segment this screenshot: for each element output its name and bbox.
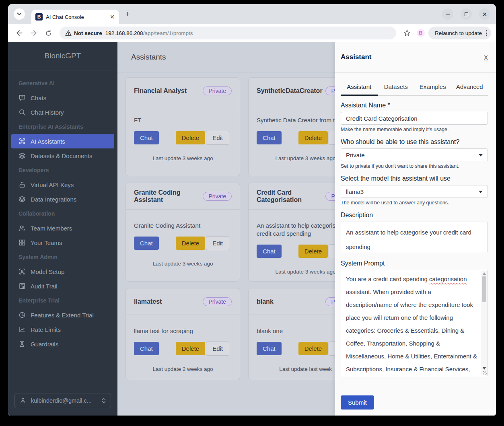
last-update: Last update 3 weeks ago [134, 155, 232, 161]
tab-datasets[interactable]: Datasets [378, 79, 415, 96]
sidebar-item-audit-trail[interactable]: Audit Trail [11, 279, 114, 293]
scroll-up-icon[interactable] [483, 272, 486, 275]
close-icon: ✕ [482, 11, 488, 17]
chat-button[interactable]: Chat [134, 237, 159, 250]
url-text: 192.168.86.208/app/team/1/prompts [105, 30, 193, 36]
assistant-name-input[interactable] [341, 112, 488, 125]
section-enterprise-ai: Enterprise AI Assistants [11, 119, 114, 134]
resize-handle[interactable] [483, 371, 487, 375]
chat-button[interactable]: Chat [257, 245, 282, 258]
submit-button[interactable]: Submit [341, 395, 374, 410]
section-generative-ai: Generative AI [11, 76, 114, 91]
delete-button[interactable]: Delete [176, 342, 205, 355]
command-icon [19, 138, 26, 145]
sidebar-item-label: Chat History [31, 109, 64, 116]
dropdown-caret-icon [479, 154, 483, 156]
window-controls: ✕ [442, 8, 490, 20]
visibility-select[interactable]: Private [341, 148, 488, 161]
stack-icon [19, 196, 26, 203]
prompt-scrollbar[interactable] [481, 271, 487, 375]
user-account-select[interactable]: kulbinderdio@gmail.c... [14, 393, 111, 408]
misspelled-word: categorisation [429, 276, 467, 282]
section-enterprise-trial: Enterprise Trial [11, 293, 114, 308]
not-secure-warning[interactable]: Not secure [65, 30, 102, 36]
visibility-value: Private [346, 152, 365, 158]
sidebar-item-team-members[interactable]: Team Members [11, 221, 114, 235]
scan-person-icon [19, 268, 26, 275]
person-icon [20, 397, 26, 404]
tab-close-icon[interactable]: ✕ [109, 13, 116, 21]
sidebar-item-virtual-api-keys[interactable]: Virtual API Keys [11, 177, 114, 192]
card-title: blank [257, 298, 274, 305]
drawer-tabs: Assistant Datasets Examples Advanced [341, 79, 488, 96]
tab-assistant[interactable]: Assistant [341, 79, 378, 96]
delete-button[interactable]: Delete [298, 342, 328, 355]
system-prompt-textarea[interactable]: You are a credit card spending categoris… [341, 270, 488, 376]
delete-button[interactable]: Delete [298, 131, 328, 144]
extension-b-icon: B [417, 29, 425, 37]
chat-button[interactable]: Chat [134, 342, 159, 355]
chevron-down-icon [17, 12, 22, 16]
sidebar-nav: Generative AI ? Chats Chat History Enter… [8, 70, 117, 387]
layers-icon [19, 152, 26, 159]
card-title: Financial Analyst [134, 87, 187, 95]
delete-button[interactable]: Delete [176, 131, 205, 144]
sidebar-item-guardrails[interactable]: Guardrails [11, 337, 114, 351]
address-bar[interactable]: Not secure 192.168.86.208/app/team/1/pro… [60, 27, 396, 39]
sidebar-item-chats[interactable]: ? Chats [11, 91, 114, 105]
browser-toolbar: Not secure 192.168.86.208/app/team/1/pro… [8, 24, 496, 42]
screen: B AI Chat Console ✕ + ✕ [0, 0, 504, 426]
chat-button[interactable]: Chat [134, 131, 159, 144]
description-textarea[interactable]: An assistant to help categorise your cre… [341, 222, 488, 252]
brand-logo: BionicGPT [8, 42, 117, 70]
sidebar-item-label: Your Teams [31, 239, 62, 246]
browser-tab[interactable]: B AI Chat Console ✕ [31, 10, 119, 24]
sidebar-item-data-integrations[interactable]: Data Integrations [11, 192, 114, 206]
unlock-icon [19, 181, 26, 188]
sidebar-item-label: Guardrails [31, 341, 58, 348]
maximize-button[interactable] [461, 8, 472, 20]
card-financial-analyst: Financial AnalystPrivate FT Chat Delete … [125, 77, 240, 176]
menu-kebab-icon[interactable] [486, 30, 487, 36]
forward-button[interactable] [27, 27, 40, 39]
edit-button[interactable]: Edit [206, 236, 229, 250]
minimize-button[interactable] [442, 8, 453, 20]
tab-examples[interactable]: Examples [414, 79, 451, 96]
chat-button[interactable]: Chat [257, 131, 282, 144]
drawer-close-button[interactable]: X [484, 54, 488, 61]
user-email: kulbinderdio@gmail.c... [31, 397, 97, 404]
sidebar-item-your-teams[interactable]: Your Teams [11, 235, 114, 250]
edit-button[interactable]: Edit [206, 131, 229, 145]
visibility-help: Set to private if you don't want to shar… [341, 163, 488, 169]
reload-button[interactable] [42, 27, 55, 39]
new-tab-button[interactable]: + [122, 9, 133, 19]
close-button[interactable]: ✕ [479, 8, 490, 20]
extension-button[interactable]: B [415, 27, 427, 39]
tab-advanced[interactable]: Advanced [451, 79, 488, 96]
scroll-down-icon[interactable] [483, 367, 486, 370]
sidebar-item-model-setup[interactable]: Model Setup [11, 264, 114, 279]
card-description: Granite Coding Assistant [134, 222, 232, 230]
bookmark-button[interactable] [401, 27, 413, 39]
tab-strip: B AI Chat Console ✕ + ✕ [8, 4, 496, 24]
tab-search-button[interactable] [14, 8, 25, 20]
sidebar-item-features-extend-trial[interactable]: Features & Extend Trial [11, 308, 114, 322]
sidebar-item-chat-history[interactable]: Chat History [11, 105, 114, 119]
chat-button[interactable]: Chat [257, 342, 282, 355]
star-icon [403, 29, 411, 37]
browser-window: B AI Chat Console ✕ + ✕ [8, 4, 496, 416]
app-content: BionicGPT Generative AI ? Chats Chat His… [8, 42, 496, 416]
sidebar-item-datasets-documents[interactable]: Datasets & Documents [11, 148, 114, 163]
model-select[interactable]: llama3 [341, 185, 488, 198]
card-description: FT [134, 116, 232, 124]
relaunch-button[interactable]: Relaunch to update [428, 27, 491, 39]
back-button[interactable] [13, 27, 26, 39]
delete-button[interactable]: Delete [176, 237, 205, 250]
model-label: Select the model this assistant will use [341, 175, 488, 182]
edit-button[interactable]: Edit [206, 342, 229, 356]
sidebar-item-rate-limits[interactable]: Rate Limits [11, 322, 114, 337]
delete-button[interactable]: Delete [298, 245, 328, 258]
minimize-icon [446, 14, 450, 14]
sidebar-item-ai-assistants[interactable]: AI Assistants [11, 134, 114, 148]
scrollbar-thumb[interactable] [482, 276, 486, 302]
